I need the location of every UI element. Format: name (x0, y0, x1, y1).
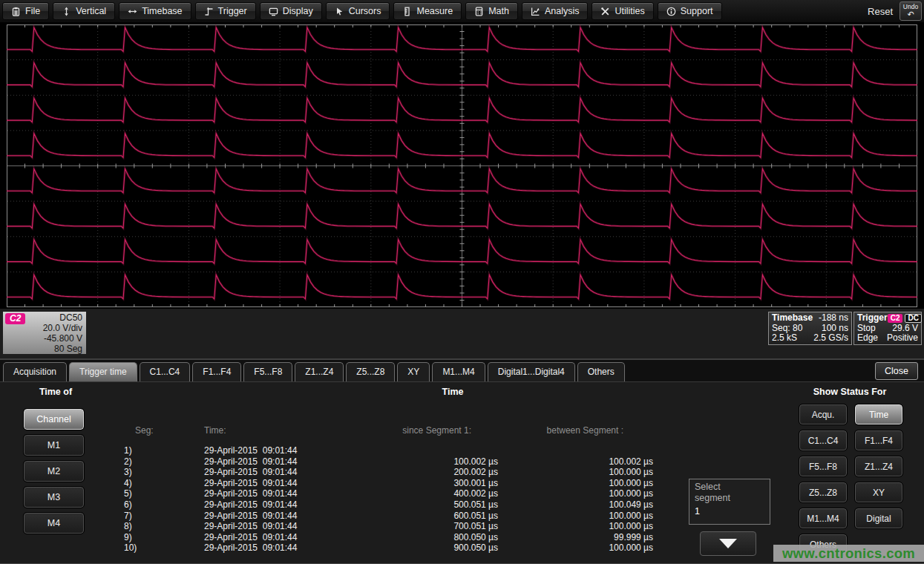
header-between: between Segment : (501, 425, 653, 436)
channel-badge: C2 (5, 313, 25, 324)
menu-item-label: Analysis (545, 6, 580, 16)
timebase-title: Timebase (772, 313, 813, 324)
timebase-descriptor[interactable]: Timebase-188 ns Seq: 80100 ns 2.5 kS2.5 … (768, 312, 852, 345)
header-seg: Seg: (111, 425, 174, 436)
time-cell: 29-April-2015 09:01:44 (174, 511, 367, 522)
tab-m1-m4[interactable]: M1...M4 (432, 362, 485, 381)
table-row: 8)29-April-2015 09:01:44700.051 µs100.00… (111, 521, 664, 532)
timebase-samples: 2.5 kS (772, 333, 797, 344)
tab-others[interactable]: Others (577, 362, 625, 381)
status-f5-f8-button[interactable]: F5...F8 (799, 456, 847, 476)
header-since: since Segment 1: (367, 425, 501, 436)
segment-time-table: 1)29-April-2015 09:01:442)29-April-2015 … (111, 445, 664, 554)
table-row: 6)29-April-2015 09:01:44500.051 µs100.04… (111, 499, 664, 511)
time-cell: 29-April-2015 09:01:44 (174, 532, 367, 543)
display-icon (269, 7, 278, 16)
table-row: 10)29-April-2015 09:01:44900.050 µs100.0… (111, 542, 664, 554)
tab-c1-c4[interactable]: C1...C4 (140, 362, 191, 381)
status-c1-c4-button[interactable]: C1...C4 (799, 430, 847, 450)
time-of-m1-button[interactable]: M1 (24, 435, 84, 456)
menu-item-label: Support (681, 6, 713, 16)
time-cell: 29-April-2015 09:01:44 (174, 445, 367, 456)
since-cell: 600.051 µs (367, 511, 501, 522)
seg-cell: 3) (111, 467, 174, 478)
seg-cell: 10) (111, 542, 174, 554)
tab-f1-f4[interactable]: F1...F4 (192, 362, 241, 381)
tab-z1-z4[interactable]: Z1...Z4 (295, 362, 344, 381)
reset-button[interactable]: Reset (868, 6, 893, 17)
tab-f5-f8[interactable]: F5...F8 (243, 362, 292, 381)
table-row: 3)29-April-2015 09:01:44200.002 µs100.00… (111, 467, 664, 478)
menu-timebase-button[interactable]: Timebase (119, 2, 191, 20)
trigger-mode: Stop (857, 324, 876, 334)
time-cell: 29-April-2015 09:01:44 (174, 499, 367, 511)
menu-item-label: Display (283, 6, 313, 16)
seg-cell: 5) (111, 488, 174, 499)
waveform-display[interactable] (0, 22, 924, 309)
since-cell: 900.050 µs (367, 542, 501, 554)
segment-down-button[interactable] (700, 531, 756, 556)
time-of-title: Time of (0, 387, 111, 397)
time-cell: 29-April-2015 09:01:44 (174, 521, 367, 532)
support-icon (666, 7, 676, 16)
status-m1-m4-button[interactable]: M1...M4 (799, 508, 847, 528)
between-cell: 100.049 µs (501, 499, 653, 511)
menu-display-button[interactable]: Display (260, 2, 322, 20)
menu-utilities-button[interactable]: Utilities (592, 2, 653, 20)
trigger-type: Edge (857, 333, 878, 344)
timebase-rate: 2.5 GS/s (813, 333, 848, 344)
tab-xy[interactable]: XY (397, 362, 430, 381)
between-cell (501, 445, 653, 456)
close-button[interactable]: Close (875, 362, 918, 380)
waveform-grid (7, 24, 917, 307)
trigger-descriptor[interactable]: Trigger C2 DC Stop29.6 V EdgePositive (853, 312, 922, 345)
menu-cursors-button[interactable]: Cursors (326, 2, 390, 20)
since-cell: 200.002 µs (367, 467, 501, 478)
timebase-per-div: 100 ns (822, 324, 848, 334)
seg-cell: 8) (111, 521, 174, 532)
channel-descriptor-c2[interactable]: C2 DC50 20.0 V/div -45.800 V 80 Seg (3, 312, 86, 354)
menu-item-label: Measure (416, 6, 453, 16)
menu-file-button[interactable]: File (2, 2, 49, 20)
select-segment-label: Select segment (695, 482, 747, 504)
table-row: 2)29-April-2015 09:01:44100.002 µs100.00… (111, 456, 664, 468)
select-segment-box[interactable]: Select segment 1 (689, 479, 770, 525)
status-z5-z8-button[interactable]: Z5...Z8 (799, 482, 847, 502)
table-row: 5)29-April-2015 09:01:44400.002 µs100.00… (111, 488, 664, 499)
trigger-icon (204, 7, 214, 16)
tab-digital1-digital4[interactable]: Digital1...Digital4 (488, 362, 575, 381)
since-cell: 500.051 µs (367, 499, 501, 511)
undo-button[interactable]: Undo ↶ (900, 1, 922, 21)
tab-acquisition[interactable]: Acquisition (3, 362, 67, 381)
time-section-title: Time (119, 387, 787, 397)
time-of-m3-button[interactable]: M3 (24, 487, 84, 508)
status-dialog: AcquisitionTrigger timeC1...C4F1...F4F5.… (0, 358, 924, 564)
time-cell: 29-April-2015 09:01:44 (174, 542, 367, 554)
menu-analysis-button[interactable]: Analysis (522, 2, 589, 20)
since-cell (367, 445, 501, 456)
channel-offset: -45.800 V (3, 333, 82, 344)
status-time-button[interactable]: Time (855, 404, 902, 424)
tab-z5-z8[interactable]: Z5...Z8 (346, 362, 395, 381)
menu-measure-button[interactable]: Measure (393, 2, 462, 20)
time-of-m2-button[interactable]: M2 (24, 461, 84, 482)
menu-support-button[interactable]: Support (658, 2, 722, 20)
between-cell: 100.000 µs (501, 478, 653, 489)
between-cell: 100.002 µs (501, 456, 653, 468)
menu-vertical-button[interactable]: Vertical (53, 2, 115, 20)
between-cell: 99.999 µs (501, 532, 653, 543)
tab-trigger-time[interactable]: Trigger time (69, 362, 137, 381)
watermark: www.cntronics.com (773, 545, 924, 562)
menu-math-button[interactable]: Math (465, 2, 518, 20)
status-acqu-button[interactable]: Acqu. (799, 404, 847, 424)
time-of-m4-button[interactable]: M4 (24, 513, 84, 534)
status-xy-button[interactable]: XY (855, 482, 902, 502)
status-z1-z4-button[interactable]: Z1...Z4 (855, 456, 902, 476)
trigger-level: 29.6 V (892, 324, 918, 334)
status-digital-button[interactable]: Digital (855, 508, 902, 528)
time-of-buttons: ChannelM1M2M3M4 (24, 409, 84, 534)
status-f1-f4-button[interactable]: F1...F4 (855, 430, 902, 450)
menu-trigger-button[interactable]: Trigger (195, 2, 256, 20)
trigger-title: Trigger (857, 313, 888, 324)
time-of-channel-button[interactable]: Channel (24, 409, 84, 430)
